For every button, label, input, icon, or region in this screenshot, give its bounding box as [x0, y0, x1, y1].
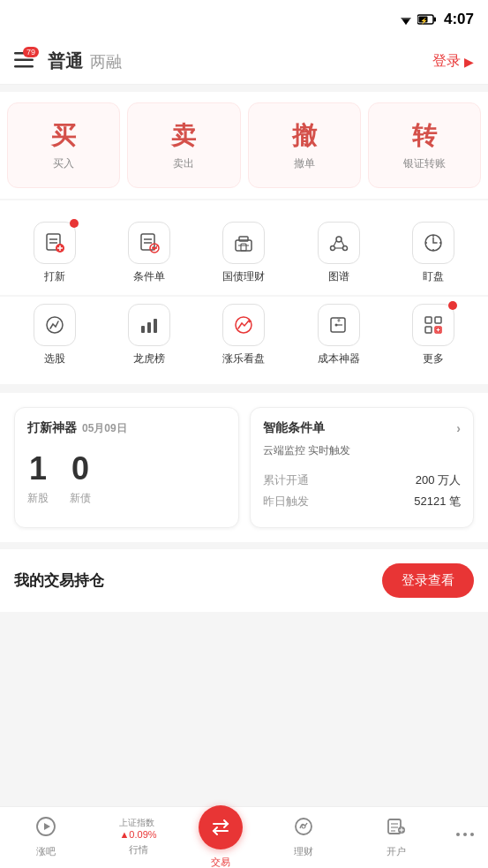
condition-order-label: 条件单 [133, 269, 165, 284]
login-label[interactable]: 登录 [432, 52, 461, 71]
new-bond-label: 新债 [70, 491, 91, 506]
exchange-icon [210, 817, 231, 838]
zhanglekpan-icon [222, 304, 265, 346]
dingpan-item[interactable]: 盯盘 [387, 215, 481, 295]
nav-item-zhangba[interactable]: 涨吧 [0, 811, 92, 858]
guozhai-item[interactable]: 国债理财 [197, 215, 291, 295]
nav-item-licai[interactable]: 理财 [258, 811, 349, 858]
nav-item-kaihu[interactable]: 开户 [350, 811, 442, 858]
dingpan-icon [412, 222, 454, 264]
kaihu-label: 开户 [387, 845, 406, 858]
nav-item-hangqing[interactable]: 上证指数 ▲0.09% 行情 [92, 811, 184, 857]
guozhai-label: 国债理财 [222, 269, 265, 284]
longhubang-label: 龙虎榜 [133, 351, 165, 366]
stat-row-trigger: 昨日触发 52121 笔 [263, 494, 462, 509]
cards-section: 打新神器 05月09日 1 新股 0 新债 智能条件单 › 云端监控 实时触发 … [0, 393, 488, 542]
guozhai-icon [222, 222, 265, 264]
more-item[interactable]: 更多 [387, 297, 481, 377]
svg-rect-38 [154, 319, 157, 333]
cancel-char: 撤 [292, 119, 317, 153]
zhangba-label: 涨吧 [36, 845, 56, 858]
nav-spacer [0, 612, 488, 681]
svg-text:⚡: ⚡ [420, 17, 428, 25]
status-bar: ⚡ 4:07 [0, 0, 488, 39]
new-bond-item: 0 新债 [70, 450, 91, 506]
svg-point-24 [336, 237, 342, 242]
sell-button[interactable]: 卖 卖出 [127, 102, 240, 188]
more-badge [448, 301, 457, 310]
daxin-card-title: 打新神器 05月09日 [27, 420, 226, 436]
menu-badge: 79 [23, 47, 39, 57]
card-chevron-icon[interactable]: › [456, 421, 461, 435]
svg-rect-7 [14, 58, 34, 61]
svg-point-43 [334, 324, 337, 327]
new-stock-label: 新股 [27, 491, 49, 506]
account-secondary[interactable]: 两融 [90, 51, 122, 72]
xuangu-label: 选股 [44, 351, 65, 366]
my-trading-title: 我的交易持仓 [14, 570, 104, 591]
action-grid: 买 买入 卖 卖出 撤 撤单 转 银证转账 [0, 92, 488, 199]
nav-item-more[interactable] [442, 819, 488, 850]
my-trading-section: 我的交易持仓 登录查看 [0, 549, 488, 612]
svg-point-26 [342, 246, 347, 251]
status-icons: ⚡ [399, 14, 437, 25]
more-icon [412, 304, 454, 346]
daxin-item[interactable]: 打新 [7, 215, 101, 295]
hangqing-label: 行情 [129, 843, 148, 857]
svg-line-27 [334, 241, 336, 246]
buy-label: 买入 [53, 156, 74, 171]
jiaoy-label: 交易 [211, 856, 230, 869]
header-right[interactable]: 登录 ▶ [432, 52, 474, 71]
section-divider [0, 384, 488, 391]
chenben-icon: ¥ [318, 304, 360, 346]
stat-open-label: 累计开通 [263, 472, 309, 488]
tupu-icon [318, 222, 360, 264]
more-dots-icon [454, 824, 476, 850]
chenben-label: 成本神器 [318, 351, 360, 366]
condition-order-item[interactable]: 条件单 [101, 215, 196, 295]
svg-point-57 [302, 825, 305, 828]
stat-open-value: 200 万人 [416, 472, 461, 488]
menu-button[interactable]: 79 [14, 50, 34, 73]
transfer-button[interactable]: 转 银证转账 [368, 102, 481, 188]
zhanglekpan-label: 涨乐看盘 [222, 351, 265, 366]
tupu-item[interactable]: 图谱 [291, 215, 386, 295]
account-primary[interactable]: 普通 [48, 49, 83, 73]
signal-icon [399, 14, 413, 25]
svg-marker-53 [44, 823, 50, 830]
svg-rect-46 [435, 317, 441, 323]
svg-rect-36 [141, 326, 145, 333]
svg-rect-47 [425, 327, 432, 333]
svg-point-67 [470, 833, 474, 836]
stat-trigger-value: 52121 笔 [414, 494, 461, 509]
smart-condition-card: 智能条件单 › 云端监控 实时触发 累计开通 200 万人 昨日触发 52121… [250, 407, 475, 528]
zhanglekpan-item[interactable]: 涨乐看盘 [197, 297, 291, 377]
svg-text:¥: ¥ [337, 317, 341, 323]
header-account: 普通 两融 [48, 49, 122, 73]
kaihu-icon [386, 816, 407, 842]
stock-index-label: 上证指数 [119, 817, 156, 829]
cancel-order-button[interactable]: 撤 撤单 [248, 102, 361, 188]
licai-label: 理财 [294, 845, 313, 858]
svg-point-66 [463, 833, 467, 836]
svg-rect-21 [239, 237, 248, 241]
svg-rect-8 [14, 65, 34, 68]
svg-rect-37 [147, 322, 151, 333]
tupu-label: 图谱 [328, 269, 349, 284]
trade-center-button[interactable] [199, 805, 243, 849]
sell-label: 卖出 [173, 156, 194, 171]
longhubang-item[interactable]: 龙虎榜 [101, 297, 196, 377]
nav-item-jiaoy[interactable]: 交易 [184, 800, 258, 869]
xuangu-item[interactable]: 选股 [7, 297, 101, 377]
smart-condition-subtitle: 云端监控 实时触发 [263, 443, 462, 458]
buy-button[interactable]: 买 买入 [7, 102, 120, 188]
xuangu-icon [34, 304, 76, 346]
svg-rect-45 [425, 317, 432, 323]
svg-rect-23 [241, 244, 246, 251]
chenben-item[interactable]: ¥ 成本神器 [291, 297, 386, 377]
condition-order-icon [128, 222, 170, 264]
login-check-button[interactable]: 登录查看 [382, 563, 474, 598]
daxin-date: 05月09日 [82, 421, 127, 436]
svg-line-28 [342, 241, 344, 246]
daxin-numbers: 1 新股 0 新债 [27, 450, 226, 506]
